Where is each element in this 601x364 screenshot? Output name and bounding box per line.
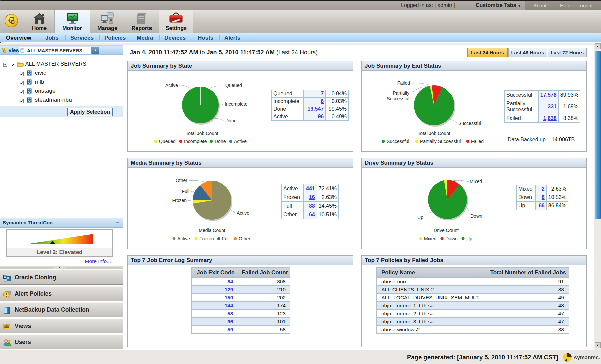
svg-text:Successful: Successful: [458, 121, 481, 126]
svg-text:Failed: Failed: [397, 80, 410, 86]
svg-text:Frozen: Frozen: [172, 198, 187, 203]
svg-text:Frozen: Frozen: [199, 236, 214, 241]
svg-text:Done: Done: [215, 139, 226, 144]
svg-text:Partially Successful: Partially Successful: [420, 139, 461, 144]
svg-text:Up: Up: [417, 215, 423, 220]
svg-text:Done: Done: [225, 118, 237, 123]
svg-text:Active: Active: [177, 236, 190, 241]
svg-text:PartiallySuccessful: PartiallySuccessful: [387, 90, 409, 101]
svg-text:Other: Other: [239, 236, 250, 241]
svg-text:Failed: Failed: [471, 139, 484, 144]
svg-text:Drive Count: Drive Count: [434, 228, 459, 233]
svg-text:Active: Active: [165, 83, 178, 88]
svg-text:Mixed: Mixed: [424, 236, 436, 241]
svg-text:Mixed: Mixed: [470, 179, 482, 184]
svg-text:Active: Active: [234, 139, 247, 144]
svg-text:Media Count: Media Count: [199, 228, 225, 233]
svg-text:Other: Other: [176, 178, 187, 183]
svg-text:Down: Down: [445, 236, 458, 241]
svg-text:Total Job Count: Total Job Count: [186, 131, 218, 136]
svg-text:Full: Full: [222, 236, 230, 241]
svg-text:Full: Full: [182, 189, 189, 194]
svg-text:Queued: Queued: [225, 83, 242, 88]
svg-text:Active: Active: [237, 210, 249, 216]
svg-text:Incomplete: Incomplete: [184, 139, 207, 144]
svg-text:Down: Down: [470, 213, 482, 219]
svg-text:Total Job Count: Total Job Count: [418, 131, 450, 136]
svg-text:Incomplete: Incomplete: [225, 101, 248, 107]
svg-text:Queued: Queued: [159, 139, 176, 144]
svg-text:Up: Up: [466, 236, 472, 241]
svg-text:Successful: Successful: [387, 139, 409, 144]
